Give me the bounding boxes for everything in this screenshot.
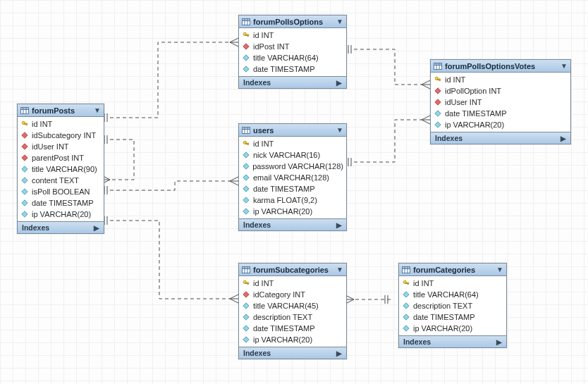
collapse-icon[interactable]: ▼ (336, 126, 343, 134)
column-row[interactable]: content TEXT (18, 175, 104, 186)
column-row[interactable]: date TIMESTAMP (431, 108, 570, 119)
expand-icon[interactable]: ▶ (94, 224, 99, 232)
table-forumPollsOptions[interactable]: forumPollsOptions ▼ id INTidPost INTtitl… (238, 15, 347, 89)
table-icon (242, 126, 250, 135)
column-text: content TEXT (32, 176, 79, 185)
column-row[interactable]: idPost INT (239, 41, 346, 52)
column-text: parentPost INT (32, 154, 84, 162)
column-row[interactable]: idSubcategory INT (18, 130, 104, 141)
expand-icon[interactable]: ▶ (561, 135, 566, 142)
column-row[interactable]: date TIMESTAMP (239, 183, 346, 194)
column-row[interactable]: nick VARCHAR(16) (239, 149, 346, 161)
column-row[interactable]: date TIMESTAMP (18, 197, 104, 209)
column-row[interactable]: ip VARCHAR(20) (431, 119, 570, 130)
column-row[interactable]: title VARCHAR(45) (239, 300, 346, 311)
table-title: forumPollsOptions (253, 18, 333, 26)
indexes-label: Indexes (22, 223, 49, 232)
indexes-section[interactable]: Indexes ▶ (431, 132, 570, 144)
column-text: ip VARCHAR(20) (413, 324, 472, 333)
column-row[interactable]: title VARCHAR(64) (239, 52, 346, 63)
column-row[interactable]: date TIMESTAMP (239, 63, 346, 75)
column-row[interactable]: description TEXT (239, 311, 346, 323)
column-text: date TIMESTAMP (413, 313, 475, 321)
column-row[interactable]: ip VARCHAR(20) (18, 209, 104, 220)
column-text: date TIMESTAMP (253, 185, 315, 193)
col-icon (242, 173, 250, 182)
column-text: karma FLOAT(9,2) (253, 196, 317, 204)
table-title: forumPosts (32, 106, 91, 115)
fk-icon (242, 42, 250, 51)
table-forumSubcategories[interactable]: forumSubcategories ▼ id INTidCategory IN… (238, 263, 347, 359)
column-row[interactable]: password VARCHAR(128) (239, 161, 346, 172)
col-icon (402, 313, 410, 321)
column-row[interactable]: description TEXT (399, 300, 506, 311)
expand-icon[interactable]: ▶ (496, 338, 502, 346)
col-icon (242, 313, 250, 321)
columns-list: id INTidCategory INTtitle VARCHAR(45)des… (239, 276, 346, 347)
column-row[interactable]: idUser INT (431, 97, 570, 108)
table-header[interactable]: forumPollsOptionsVotes ▼ (431, 60, 570, 73)
column-row[interactable]: isPoll BOOLEAN (18, 186, 104, 197)
column-row[interactable]: ip VARCHAR(20) (239, 206, 346, 217)
indexes-label: Indexes (243, 349, 271, 357)
column-text: title VARCHAR(45) (253, 302, 319, 310)
indexes-section[interactable]: Indexes ▶ (18, 221, 104, 233)
fk-icon (434, 87, 442, 95)
columns-list: id INTidPost INTtitle VARCHAR(64)date TI… (239, 28, 346, 76)
table-forumPosts[interactable]: forumPosts ▼ id INTidSubcategory INTidUs… (17, 104, 104, 234)
column-row[interactable]: title VARCHAR(64) (399, 289, 506, 300)
table-title: forumCategories (413, 266, 494, 274)
pk-icon (20, 120, 29, 128)
column-row[interactable]: idUser INT (18, 141, 104, 152)
table-header[interactable]: forumSubcategories ▼ (239, 264, 346, 276)
table-forumPollsOptionsVotes[interactable]: forumPollsOptionsVotes ▼ id INTidPollOpt… (430, 59, 571, 144)
table-icon (242, 266, 250, 274)
pk-icon (242, 140, 250, 148)
column-row[interactable]: id INT (18, 118, 104, 130)
pk-icon (402, 279, 410, 287)
collapse-icon[interactable]: ▼ (336, 266, 343, 273)
indexes-section[interactable]: Indexes ▶ (399, 335, 506, 347)
column-row[interactable]: id INT (239, 278, 346, 289)
column-row[interactable]: id INT (431, 74, 570, 85)
table-users[interactable]: users ▼ id INTnick VARCHAR(16)password V… (238, 123, 347, 231)
table-header[interactable]: users ▼ (239, 124, 346, 137)
column-row[interactable]: id INT (399, 278, 506, 289)
expand-icon[interactable]: ▶ (336, 221, 342, 229)
col-icon (242, 65, 250, 73)
column-text: title VARCHAR(64) (413, 290, 479, 299)
column-text: ip VARCHAR(20) (253, 207, 312, 216)
column-row[interactable]: id INT (239, 30, 346, 41)
col-icon (242, 196, 250, 204)
collapse-icon[interactable]: ▼ (336, 18, 343, 25)
column-row[interactable]: ip VARCHAR(20) (239, 334, 346, 345)
collapse-icon[interactable]: ▼ (561, 62, 568, 70)
column-row[interactable]: parentPost INT (18, 152, 104, 163)
expand-icon[interactable]: ▶ (336, 79, 342, 87)
collapse-icon[interactable]: ▼ (496, 266, 503, 273)
columns-list: id INTtitle VARCHAR(64)description TEXTd… (399, 276, 506, 335)
table-header[interactable]: forumCategories ▼ (399, 264, 506, 276)
column-text: date TIMESTAMP (445, 109, 507, 118)
column-row[interactable]: email VARCHAR(128) (239, 172, 346, 183)
column-row[interactable]: ip VARCHAR(20) (399, 323, 506, 334)
column-row[interactable]: date TIMESTAMP (399, 311, 506, 323)
column-row[interactable]: karma FLOAT(9,2) (239, 194, 346, 206)
table-icon (402, 266, 410, 274)
column-row[interactable]: title VARCHAR(90) (18, 163, 104, 175)
indexes-section[interactable]: Indexes ▶ (239, 347, 346, 359)
indexes-section[interactable]: Indexes ▶ (239, 76, 346, 88)
collapse-icon[interactable]: ▼ (94, 106, 101, 114)
table-forumCategories[interactable]: forumCategories ▼ id INTtitle VARCHAR(64… (398, 263, 507, 348)
column-row[interactable]: idPollOption INT (431, 85, 570, 97)
expand-icon[interactable]: ▶ (336, 349, 342, 357)
table-icon (242, 18, 250, 26)
indexes-section[interactable]: Indexes ▶ (239, 218, 346, 230)
column-text: isPoll BOOLEAN (32, 187, 90, 196)
table-header[interactable]: forumPollsOptions ▼ (239, 16, 346, 28)
table-header[interactable]: forumPosts ▼ (18, 104, 104, 117)
column-row[interactable]: date TIMESTAMP (239, 323, 346, 334)
column-row[interactable]: idCategory INT (239, 289, 346, 300)
column-text: idPost INT (253, 42, 289, 51)
column-row[interactable]: id INT (239, 138, 346, 149)
